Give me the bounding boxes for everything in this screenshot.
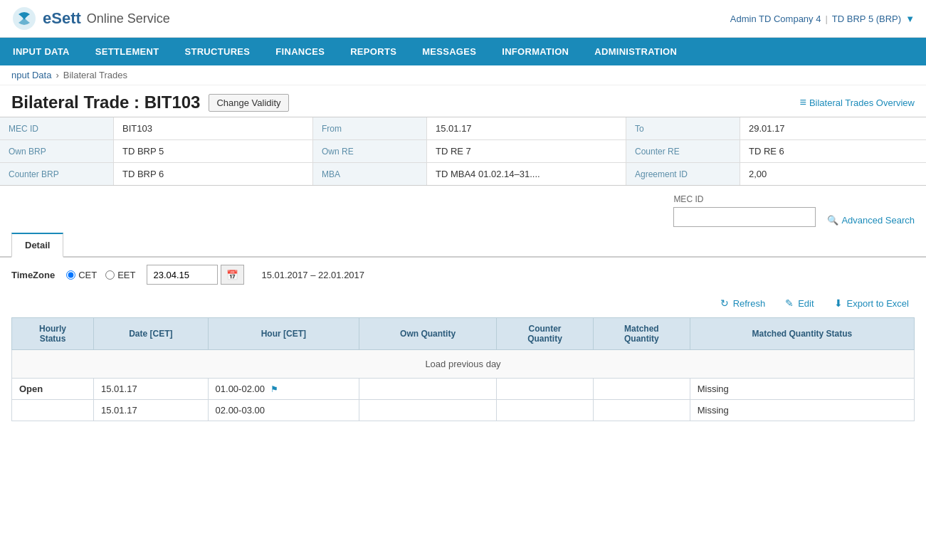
table-header: HourlyStatus Date [CET] Hour [CET] Own Q… <box>12 318 915 350</box>
nav-item-administration[interactable]: ADMINISTRATION <box>582 38 690 65</box>
label-counter-re: Counter RE <box>626 140 740 162</box>
dropdown-icon[interactable]: ▼ <box>905 14 915 24</box>
radio-cet[interactable]: CET <box>66 270 97 280</box>
cell-date-1: 15.01.17 <box>94 379 209 400</box>
table-wrap: HourlyStatus Date [CET] Hour [CET] Own Q… <box>0 317 926 433</box>
col-matched-quantity: MatchedQuantity <box>593 318 690 350</box>
overview-label: Bilateral Trades Overview <box>809 97 915 108</box>
edit-button[interactable]: ✎ Edit <box>779 295 819 312</box>
value-counter-re: TD RE 6 <box>740 140 926 162</box>
timezone-radio-group: CET EET <box>66 270 135 280</box>
nav-item-information[interactable]: INFORMATION <box>489 38 582 65</box>
calendar-button[interactable]: 📅 <box>221 265 244 285</box>
load-previous-day-row[interactable]: Load previous day <box>12 350 915 379</box>
nav-item-finances[interactable]: FINANCES <box>263 38 337 65</box>
export-label: Export to Excel <box>847 298 909 309</box>
export-icon: ⬇ <box>834 297 843 309</box>
mec-id-group: MEC ID <box>673 194 816 227</box>
data-table: HourlyStatus Date [CET] Hour [CET] Own Q… <box>11 317 915 421</box>
value-to: 29.01.17 <box>740 117 926 139</box>
tab-detail[interactable]: Detail <box>11 233 63 258</box>
nav-item-settlement[interactable]: SETTLEMENT <box>83 38 172 65</box>
label-from: From <box>313 117 427 139</box>
label-counter-brp: Counter BRP <box>0 163 114 185</box>
table-body: Load previous day Open 15.01.17 01.00-02… <box>12 350 915 421</box>
col-own-quantity: Own Quantity <box>359 318 497 350</box>
timezone-label: TimeZone <box>11 270 55 280</box>
export-button[interactable]: ⬇ Export to Excel <box>828 295 915 312</box>
label-own-brp: Own BRP <box>0 140 114 162</box>
cell-matched-qty-2 <box>593 400 690 421</box>
refresh-label: Refresh <box>733 298 766 309</box>
value-counter-brp: TD BRP 6 <box>114 163 313 185</box>
breadcrumb-separator: › <box>56 70 58 80</box>
nav-bar: INPUT DATA SETTLEMENT STRUCTURES FINANCE… <box>0 38 926 65</box>
radio-eet-label: EET <box>117 270 135 280</box>
change-validity-button[interactable]: Change Validity <box>209 94 288 112</box>
load-previous-day-label: Load previous day <box>425 359 500 369</box>
bilateral-overview-link[interactable]: ≡ Bilateral Trades Overview <box>800 96 915 109</box>
value-mba: TD MBA4 01.02.14–31.... <box>427 163 626 185</box>
refresh-icon: ↻ <box>720 297 729 309</box>
info-row-1: MEC ID BIT103 From 15.01.17 To 29.01.17 <box>0 117 926 140</box>
value-own-re: TD RE 7 <box>427 140 626 162</box>
esett-logo-icon <box>11 6 37 31</box>
logo-service: Online Service <box>87 11 170 26</box>
info-row-2: Own BRP TD BRP 5 Own RE TD RE 7 Counter … <box>0 140 926 163</box>
search-icon: 🔍 <box>827 215 838 226</box>
breadcrumb-current: Bilateral Trades <box>63 70 127 80</box>
table-header-row: HourlyStatus Date [CET] Hour [CET] Own Q… <box>12 318 915 350</box>
nav-item-input-data[interactable]: INPUT DATA <box>0 38 83 65</box>
col-counter-quantity: CounterQuantity <box>497 318 594 350</box>
date-input-wrap: 📅 <box>147 265 244 285</box>
col-mq-status: Matched Quantity Status <box>690 318 914 350</box>
label-to: To <box>626 117 740 139</box>
cell-hour-2: 02.00-03.00 <box>208 400 359 421</box>
cell-matched-qty-1 <box>593 379 690 400</box>
search-bar: MEC ID 🔍 Advanced Search <box>0 186 926 231</box>
cell-mq-status-1: Missing <box>690 379 914 400</box>
table-row: 15.01.17 02.00-03.00 Missing <box>12 400 915 421</box>
breadcrumb-parent[interactable]: nput Data <box>11 70 51 80</box>
table-row: Open 15.01.17 01.00-02.00 ⚑ Missing <box>12 379 915 400</box>
nav-item-messages[interactable]: MESSAGES <box>409 38 489 65</box>
cell-counter-qty-2 <box>497 400 594 421</box>
breadcrumb: nput Data › Bilateral Trades <box>0 65 926 85</box>
calendar-icon: 📅 <box>226 270 238 280</box>
load-previous-day-cell[interactable]: Load previous day <box>12 350 915 379</box>
tabs: Detail <box>0 231 926 258</box>
page-title-bar: Bilateral Trade : BIT103 Change Validity… <box>0 85 926 117</box>
col-hourly-status: HourlyStatus <box>12 318 94 350</box>
value-mec-id: BIT103 <box>114 117 313 139</box>
date-input[interactable] <box>147 265 218 285</box>
nav-item-structures[interactable]: STRUCTURES <box>172 38 263 65</box>
timezone-row: TimeZone CET EET 📅 15.01.2017 – 22.01.20… <box>0 258 926 292</box>
cell-own-qty-1 <box>359 379 497 400</box>
cell-counter-qty-1 <box>497 379 594 400</box>
col-hour-cet: Hour [CET] <box>208 318 359 350</box>
cell-status-1: Open <box>12 379 94 400</box>
info-grid: MEC ID BIT103 From 15.01.17 To 29.01.17 … <box>0 117 926 186</box>
flag-icon: ⚑ <box>270 384 278 394</box>
radio-eet[interactable]: EET <box>105 270 135 280</box>
cell-hour-1: 01.00-02.00 ⚑ <box>208 379 359 400</box>
cell-date-2: 15.01.17 <box>94 400 209 421</box>
label-mba: MBA <box>313 163 427 185</box>
refresh-button[interactable]: ↻ Refresh <box>715 295 772 312</box>
value-own-brp: TD BRP 5 <box>114 140 313 162</box>
radio-eet-input[interactable] <box>105 270 115 280</box>
company-name: TD BRP 5 (BRP) <box>832 14 901 24</box>
mec-id-label: MEC ID <box>673 194 816 204</box>
info-row-3: Counter BRP TD BRP 6 MBA TD MBA4 01.02.1… <box>0 163 926 185</box>
cell-status-2 <box>12 400 94 421</box>
overview-icon: ≡ <box>800 96 806 109</box>
nav-item-reports[interactable]: REPORTS <box>337 38 409 65</box>
mec-id-input[interactable] <box>673 207 816 227</box>
value-from: 15.01.17 <box>427 117 626 139</box>
logo-area: eSett Online Service <box>11 6 170 31</box>
radio-cet-input[interactable] <box>66 270 75 280</box>
radio-cet-label: CET <box>78 270 97 280</box>
advanced-search-link[interactable]: 🔍 Advanced Search <box>827 215 915 227</box>
page-title: Bilateral Trade : BIT103 <box>11 93 200 112</box>
page-title-left: Bilateral Trade : BIT103 Change Validity <box>11 93 289 112</box>
